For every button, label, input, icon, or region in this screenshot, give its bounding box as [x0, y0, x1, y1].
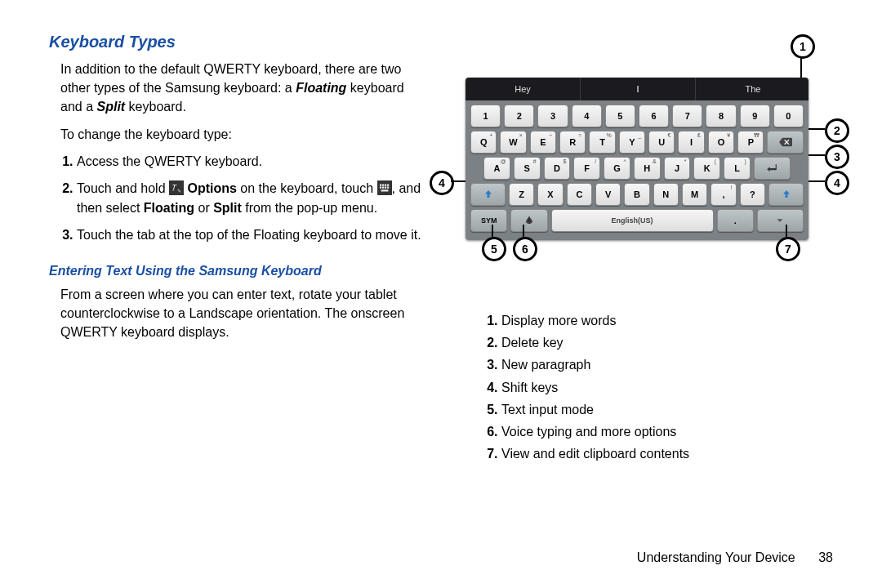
keyboard-icon — [377, 180, 392, 195]
key-y: _Y — [619, 131, 645, 154]
t: = — [578, 132, 581, 138]
t: ÷ — [549, 132, 552, 138]
key-s: #S — [514, 157, 541, 180]
t: E — [540, 137, 546, 147]
callout-5: 5 — [482, 237, 506, 261]
key-8: 8 — [706, 105, 736, 127]
suggest-left: Hey — [466, 78, 581, 100]
legend-1: Display more words — [501, 310, 833, 332]
key-p: ₩P — [737, 131, 764, 154]
key-shift-right — [768, 183, 804, 206]
key-o: ¥O — [708, 131, 734, 154]
key-a: @A — [483, 157, 510, 180]
key-options — [510, 209, 547, 232]
line — [808, 154, 825, 156]
entering-text-body: From a screen where you can enter text, … — [60, 285, 425, 342]
key-h: &H — [634, 157, 661, 180]
callout-6: 6 — [513, 237, 537, 261]
key-hide — [757, 209, 804, 232]
heading-entering-text: Entering Text Using the Samsung Keyboard — [49, 264, 425, 278]
key-q: +Q — [470, 131, 497, 154]
t: ₤ — [697, 132, 701, 138]
key-g: ^G — [604, 157, 630, 180]
t: A — [493, 163, 500, 173]
t: O — [718, 137, 725, 147]
t: Q — [480, 137, 488, 147]
legend-4: Shift keys — [501, 376, 833, 399]
key-period: . — [717, 209, 754, 232]
key-x: X — [537, 183, 563, 206]
key-question: ? — [740, 183, 765, 206]
change-lead: To change the keyboard type: — [60, 125, 425, 144]
key-3: 3 — [537, 105, 568, 127]
key-shift-left — [470, 183, 506, 206]
t: Touch and hold — [77, 181, 169, 195]
line — [786, 225, 787, 238]
t: I — [690, 137, 693, 147]
t: H — [644, 163, 650, 173]
key-5: 5 — [605, 105, 635, 127]
line — [808, 180, 825, 182]
legend-3: New paragraph — [501, 354, 833, 376]
t: J — [675, 163, 679, 173]
line — [492, 225, 493, 238]
svg-rect-9 — [382, 186, 384, 188]
legend-7: View and edit clipboard contents — [501, 443, 833, 465]
callout-2: 2 — [825, 118, 849, 143]
step-1: Access the QWERTY keyboard. — [77, 152, 425, 172]
svg-rect-10 — [385, 186, 386, 188]
key-t: %T — [589, 131, 615, 154]
t: _ — [638, 132, 641, 138]
key-1: 1 — [470, 105, 501, 127]
footer-page-number: 38 — [818, 550, 833, 564]
t: , — [722, 189, 724, 199]
legend-5: Text input mode — [501, 399, 833, 421]
t: × — [519, 132, 523, 138]
page-footer: Understanding Your Device 38 — [637, 550, 833, 565]
t: % — [607, 132, 612, 138]
line — [800, 56, 802, 78]
t: G — [613, 163, 621, 173]
t: / — [595, 158, 596, 164]
svg-rect-5 — [382, 184, 384, 185]
suggestion-bar: Hey I The — [466, 78, 808, 100]
callout-4-right: 4 — [825, 171, 849, 195]
t: + — [489, 132, 492, 138]
key-u: €U — [648, 131, 675, 154]
svg-text:✎: ✎ — [177, 189, 181, 194]
key-w: ×W — [500, 131, 526, 154]
t: U — [658, 137, 665, 147]
key-r: =R — [559, 131, 586, 154]
key-6: 6 — [639, 105, 669, 127]
step-2: Touch and hold Ṯ✎ Options on the keyboar… — [77, 179, 425, 220]
t: # — [533, 158, 537, 164]
line — [523, 225, 524, 238]
t: T — [599, 137, 605, 147]
suggest-right: The — [696, 78, 808, 100]
svg-rect-8 — [380, 186, 381, 188]
keyboard-legend: Display more words Delete key New paragr… — [474, 310, 833, 465]
t: keyboard. — [125, 100, 186, 114]
svg-rect-6 — [385, 184, 386, 185]
svg-rect-7 — [387, 184, 389, 185]
legend-2: Delete key — [501, 332, 833, 354]
t: from the pop-up menu. — [242, 201, 377, 215]
key-delete — [767, 131, 803, 154]
t: D — [554, 163, 560, 173]
t: @ — [501, 158, 506, 164]
t: & — [653, 158, 657, 164]
key-m: M — [682, 183, 707, 206]
key-e: ÷E — [530, 131, 556, 154]
t: K — [704, 163, 710, 173]
line — [451, 180, 466, 182]
key-i: ₤I — [678, 131, 704, 154]
t: * — [684, 158, 687, 164]
suggest-mid: I — [581, 78, 696, 100]
t: S — [523, 163, 529, 173]
t: W — [509, 137, 517, 147]
legend-6: Voice typing and more options — [501, 421, 833, 443]
t: on the keyboard, touch — [237, 181, 377, 195]
svg-rect-11 — [387, 186, 389, 188]
key-space: English(US) — [551, 209, 714, 232]
key-7: 7 — [672, 105, 702, 127]
